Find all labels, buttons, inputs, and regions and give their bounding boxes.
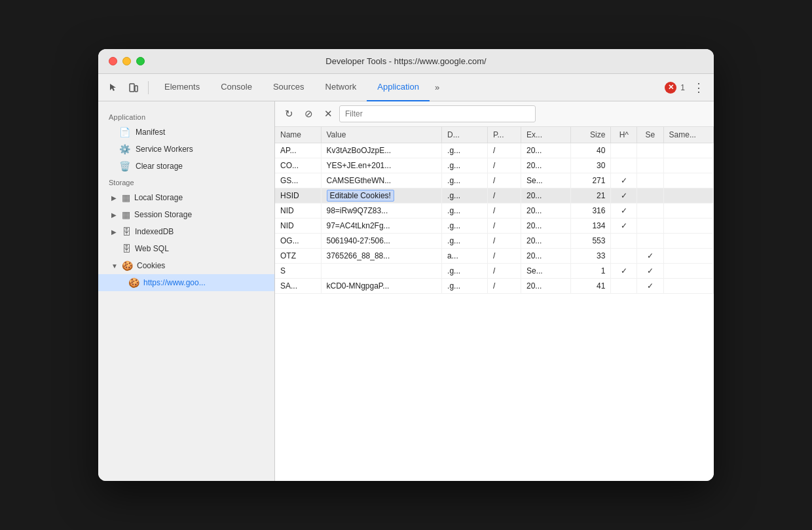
cookie-name-cell: S — [275, 264, 321, 279]
col-header-size: Size — [571, 127, 611, 143]
cookie-name-cell: CO... — [275, 158, 321, 173]
sidebar-item-clear-storage[interactable]: 🗑️ Clear storage — [98, 158, 274, 175]
clear-storage-icon: 🗑️ — [119, 161, 130, 171]
cookie-expires-cell: Se... — [521, 173, 570, 188]
cookie-size-cell: 21 — [571, 188, 611, 203]
cookie-http-cell: ✓ — [611, 203, 637, 219]
col-header-value: Value — [321, 127, 442, 143]
tab-console[interactable]: Console — [210, 74, 263, 101]
cookie-size-cell: 41 — [571, 279, 611, 294]
cookie-path-cell: / — [488, 219, 521, 234]
cookie-secure-cell: ✓ — [637, 264, 663, 279]
more-menu-button[interactable]: ⋮ — [689, 80, 709, 95]
sidebar-item-manifest[interactable]: 📄 Manifest — [98, 124, 274, 141]
cookie-secure-cell — [637, 143, 663, 158]
web-sql-label: Web SQL — [135, 244, 169, 253]
svg-rect-0 — [130, 84, 134, 92]
indexeddb-icon: 🗄 — [122, 226, 131, 237]
maximize-button[interactable] — [136, 57, 145, 65]
cookie-expires-cell: Se... — [521, 264, 570, 279]
cookie-value-cell: kCD0-MNgpgaP... — [321, 279, 442, 294]
cookie-same-cell — [663, 264, 713, 279]
sidebar-item-web-sql[interactable]: ▶ 🗄 Web SQL — [98, 240, 274, 257]
cookie-secure-cell — [637, 158, 663, 173]
cookie-expires-cell: 20... — [521, 219, 570, 234]
cookie-http-cell: ✓ — [611, 219, 637, 234]
sidebar-item-local-storage[interactable]: ▶ ▦ Local Storage — [98, 189, 274, 206]
table-row[interactable]: OG... 5061940-27:506... .g... / 20... 55… — [275, 234, 714, 249]
cookies-icon: 🍪 — [122, 260, 133, 271]
cookie-size-cell: 33 — [571, 249, 611, 264]
cookies-label: Cookies — [137, 261, 165, 270]
table-row[interactable]: AP... Kv3tAzBoOJzpE... .g... / 20... 40 — [275, 143, 714, 158]
cookie-path-cell: / — [488, 249, 521, 264]
expand-cookies-icon: ▼ — [111, 262, 118, 270]
cookie-expires-cell: 20... — [521, 203, 570, 219]
cookie-name-cell: OG... — [275, 234, 321, 249]
table-row[interactable]: NID 97=AC4tLkn2Fg... .g... / 20... 134 ✓ — [275, 219, 714, 234]
cookie-value-cell — [321, 264, 442, 279]
table-row[interactable]: OTZ 3765266_88_88... a... / 20... 33 ✓ — [275, 249, 714, 264]
cookie-name-cell: NID — [275, 219, 321, 234]
cookie-http-cell: ✓ — [611, 188, 637, 203]
pointer-icon[interactable] — [103, 79, 122, 97]
cookie-name-cell: AP... — [275, 143, 321, 158]
cookie-size-cell: 316 — [571, 203, 611, 219]
col-header-expires: Ex... — [521, 127, 570, 143]
filter-input[interactable] — [339, 105, 536, 122]
cookie-domain-cell: .g... — [442, 143, 488, 158]
table-row[interactable]: HSID Editable Cookies! .g... / 20... 21 … — [275, 188, 714, 203]
cookie-path-cell: / — [488, 279, 521, 294]
storage-section-title: Storage — [98, 175, 274, 189]
clear-button[interactable]: ✕ — [320, 105, 337, 122]
tab-bar: Elements Console Sources Network Applica… — [98, 74, 714, 101]
cookie-value-cell[interactable]: Editable Cookies! — [321, 188, 442, 203]
table-row[interactable]: NID 98=iRw9Q7Z83... .g... / 20... 316 ✓ — [275, 203, 714, 219]
tab-application[interactable]: Application — [367, 74, 430, 101]
cookies-google-icon: 🍪 — [128, 277, 139, 288]
web-sql-icon: 🗄 — [122, 243, 131, 254]
cookie-secure-cell — [637, 173, 663, 188]
tab-network[interactable]: Network — [315, 74, 367, 101]
table-row[interactable]: GS... CAMSEGtheWN... .g... / Se... 271 ✓ — [275, 173, 714, 188]
cookie-path-cell: / — [488, 188, 521, 203]
cookie-domain-cell: .g... — [442, 158, 488, 173]
panel-toolbar: ↻ ⊘ ✕ — [275, 101, 714, 127]
cookie-http-cell — [611, 158, 637, 173]
device-icon[interactable] — [124, 79, 143, 97]
titlebar: Developer Tools - https://www.google.com… — [98, 49, 714, 74]
cookie-domain-cell: .g... — [442, 264, 488, 279]
cookie-secure-cell — [637, 188, 663, 203]
cookie-value-cell: 5061940-27:506... — [321, 234, 442, 249]
cookie-http-cell — [611, 279, 637, 294]
cookie-same-cell — [663, 234, 713, 249]
tab-elements[interactable]: Elements — [154, 74, 210, 101]
minimize-button[interactable] — [122, 57, 131, 65]
cookie-domain-cell: .g... — [442, 279, 488, 294]
close-button[interactable] — [109, 57, 117, 65]
cookie-same-cell — [663, 158, 713, 173]
cookie-expires-cell: 20... — [521, 234, 570, 249]
sidebar-item-cookies-google[interactable]: 🍪 https://www.goo... — [98, 274, 274, 291]
sidebar-item-cookies[interactable]: ▼ 🍪 Cookies — [98, 257, 274, 274]
error-count: 1 — [680, 83, 685, 92]
cookie-http-cell — [611, 143, 637, 158]
table-row[interactable]: SA... kCD0-MNgpgaP... .g... / 20... 41 ✓ — [275, 279, 714, 294]
sidebar-item-indexeddb[interactable]: ▶ 🗄 IndexedDB — [98, 223, 274, 240]
block-button[interactable]: ⊘ — [300, 105, 317, 122]
toolbar-divider — [148, 81, 149, 94]
cookie-name-cell: SA... — [275, 279, 321, 294]
table-row[interactable]: CO... YES+JE.en+201... .g... / 20... 30 — [275, 158, 714, 173]
sidebar-item-service-workers[interactable]: ⚙️ Service Workers — [98, 141, 274, 158]
tab-sources[interactable]: Sources — [263, 74, 315, 101]
tab-overflow[interactable]: » — [430, 82, 445, 92]
table-row[interactable]: S .g... / Se... 1 ✓ ✓ — [275, 264, 714, 279]
indexeddb-label: IndexedDB — [135, 227, 174, 236]
cookie-name-cell: NID — [275, 203, 321, 219]
cookie-http-cell: ✓ — [611, 173, 637, 188]
cookie-same-cell — [663, 219, 713, 234]
cookie-expires-cell: 20... — [521, 249, 570, 264]
sidebar-item-session-storage[interactable]: ▶ ▦ Session Storage — [98, 206, 274, 223]
refresh-button[interactable]: ↻ — [280, 105, 297, 122]
clear-storage-label: Clear storage — [136, 162, 183, 171]
